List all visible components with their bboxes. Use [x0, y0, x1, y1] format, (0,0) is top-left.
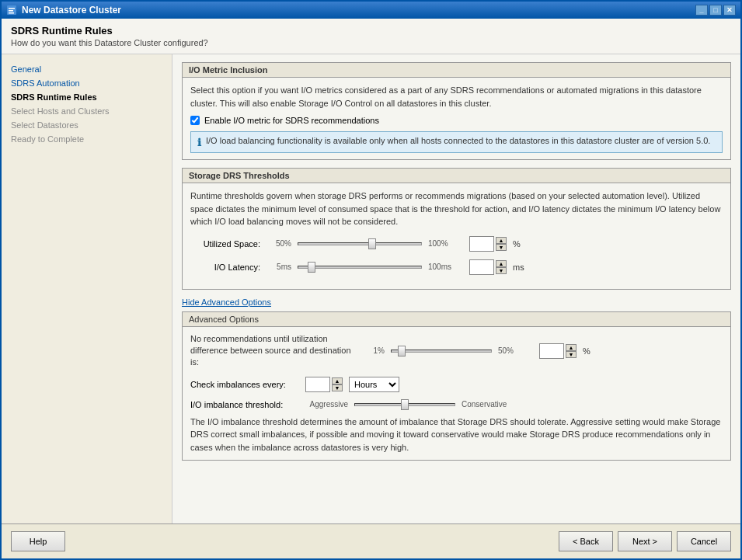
close-button[interactable]: ✕	[723, 5, 736, 16]
io-latency-input[interactable]: 15	[469, 259, 494, 275]
no-rec-max: 50%	[498, 346, 533, 355]
footer: Help < Back Next > Cancel	[2, 523, 740, 558]
sidebar-item-general[interactable]: General	[2, 62, 172, 76]
no-recommendation-row: No recommendations until utilization dif…	[190, 333, 723, 369]
io-threshold-row: I/O imbalance threshold: Aggressive Cons…	[190, 400, 723, 409]
no-rec-thumb[interactable]	[398, 346, 406, 357]
check-imbalances-spinbox: 8 ▲ ▼	[305, 377, 343, 392]
advanced-options-title: Advanced Options	[183, 312, 730, 327]
check-imbalances-down[interactable]: ▼	[332, 384, 343, 391]
io-latency-track[interactable]	[298, 266, 422, 269]
no-rec-min: 1%	[360, 346, 385, 355]
check-imbalances-row: Check imbalances every: 8 ▲ ▼ Hours Minu…	[190, 377, 723, 392]
io-latency-row: I/O Latency: 5ms 100ms 15 ▲ ▼	[190, 259, 723, 275]
utilized-space-min: 50%	[266, 239, 291, 248]
io-threshold-thumb[interactable]	[401, 399, 409, 410]
threshold-title: Storage DRS Thresholds	[183, 169, 730, 183]
no-recommendation-label: No recommendations until utilization dif…	[190, 333, 354, 369]
advanced-options-content: No recommendations until utilization dif…	[183, 327, 730, 461]
check-imbalances-up[interactable]: ▲	[332, 377, 343, 384]
hide-advanced-link[interactable]: Hide Advanced Options	[182, 297, 271, 307]
io-threshold-label: I/O imbalance threshold:	[190, 400, 299, 409]
io-metric-checkbox[interactable]	[190, 116, 200, 125]
info-icon: ℹ	[197, 137, 201, 148]
utilized-space-down[interactable]: ▼	[496, 244, 507, 251]
help-button[interactable]: Help	[11, 531, 65, 551]
utilized-space-label: Utilized Space:	[190, 239, 260, 249]
no-rec-unit: %	[583, 346, 590, 356]
utilized-space-unit: %	[513, 239, 521, 249]
threshold-desc: Runtime thresholds govern when storage D…	[190, 190, 723, 228]
io-latency-up[interactable]: ▲	[496, 260, 507, 267]
io-metric-title: I/O Metric Inclusion	[183, 63, 730, 78]
advanced-options-section: Advanced Options No recommendations unti…	[182, 311, 731, 461]
sidebar-item-sdrs-runtime-rules: SDRS Runtime Rules	[2, 90, 172, 104]
sidebar-item-select-hosts: Select Hosts and Clusters	[2, 104, 172, 118]
utilized-space-max: 100%	[428, 239, 463, 248]
io-threshold-max: Conservative	[462, 400, 516, 409]
window-body: General SDRS Automation SDRS Runtime Rul…	[2, 54, 740, 523]
threshold-section: Storage DRS Thresholds Runtime threshold…	[182, 168, 731, 290]
no-rec-track[interactable]	[391, 350, 492, 353]
no-rec-spinbox-btns: ▲ ▼	[566, 344, 577, 358]
io-threshold-track[interactable]	[354, 403, 455, 406]
io-latency-spinbox-btns: ▲ ▼	[496, 260, 507, 274]
footer-right: < Back Next > Cancel	[559, 531, 731, 551]
threshold-content: Runtime thresholds govern when storage D…	[183, 183, 730, 289]
utilized-space-up[interactable]: ▲	[496, 237, 507, 244]
check-imbalances-btns: ▲ ▼	[332, 377, 343, 391]
svg-rect-2	[9, 10, 13, 12]
check-imbalances-unit-dropdown[interactable]: Hours Minutes	[349, 377, 399, 392]
page-subtitle: How do you want this Datastore Cluster c…	[11, 38, 731, 47]
title-controls: _ □ ✕	[695, 5, 736, 16]
utilized-space-row: Utilized Space: 50% 100% 80 ▲ ▼	[190, 236, 723, 252]
main-window: New Datastore Cluster _ □ ✕ SDRS Runtime…	[0, 0, 742, 560]
page-title: SDRS Runtime Rules	[11, 25, 731, 37]
io-latency-unit: ms	[513, 263, 524, 272]
no-rec-down[interactable]: ▼	[566, 351, 577, 358]
io-latency-spinbox: 15 ▲ ▼	[469, 259, 507, 275]
utilized-space-input[interactable]: 80	[469, 236, 494, 252]
io-metric-checkbox-label: Enable I/O metric for SDRS recommendatio…	[204, 116, 379, 125]
utilized-space-spinbox: 80 ▲ ▼	[469, 236, 507, 252]
svg-rect-1	[9, 8, 15, 9]
no-rec-spinbox: 5 ▲ ▼	[539, 343, 577, 359]
io-info-banner: ℹ I/O load balancing functionality is av…	[190, 131, 723, 153]
io-latency-label: I/O Latency:	[190, 263, 260, 272]
title-bar-left: New Datastore Cluster	[6, 5, 121, 16]
check-imbalances-input[interactable]: 8	[305, 377, 330, 392]
no-rec-up[interactable]: ▲	[566, 344, 577, 351]
svg-rect-3	[9, 12, 14, 14]
main-content: I/O Metric Inclusion Select this option …	[172, 54, 740, 523]
window-icon	[6, 5, 17, 16]
no-rec-input[interactable]: 5	[539, 343, 564, 359]
io-latency-thumb[interactable]	[308, 262, 315, 273]
footer-left: Help	[11, 531, 65, 551]
cancel-button[interactable]: Cancel	[677, 531, 731, 551]
sidebar: General SDRS Automation SDRS Runtime Rul…	[2, 54, 172, 523]
io-latency-max: 100ms	[428, 263, 463, 271]
next-button[interactable]: Next >	[618, 531, 672, 551]
utilized-space-spinbox-btns: ▲ ▼	[496, 237, 507, 251]
utilized-space-thumb[interactable]	[368, 238, 376, 249]
io-metric-desc: Select this option if you want I/O metri…	[190, 84, 723, 110]
window-title: New Datastore Cluster	[22, 5, 121, 16]
sidebar-item-sdrs-automation[interactable]: SDRS Automation	[2, 76, 172, 90]
io-threshold-min: Aggressive	[305, 400, 348, 409]
title-bar: New Datastore Cluster _ □ ✕	[2, 2, 740, 19]
sidebar-item-ready-complete: Ready to Complete	[2, 132, 172, 146]
check-imbalances-label: Check imbalances every:	[190, 380, 299, 389]
sidebar-item-select-datastores: Select Datastores	[2, 118, 172, 132]
minimize-button[interactable]: _	[695, 5, 708, 16]
io-latency-min: 5ms	[266, 263, 291, 271]
window-header: SDRS Runtime Rules How do you want this …	[2, 19, 740, 54]
utilized-space-track[interactable]	[298, 242, 422, 245]
io-metric-content: Select this option if you want I/O metri…	[183, 78, 730, 159]
io-latency-down[interactable]: ▼	[496, 267, 507, 274]
io-metric-checkbox-row: Enable I/O metric for SDRS recommendatio…	[190, 116, 723, 125]
io-metric-section: I/O Metric Inclusion Select this option …	[182, 62, 731, 160]
back-button[interactable]: < Back	[559, 531, 613, 551]
maximize-button[interactable]: □	[709, 5, 722, 16]
io-info-message: I/O load balancing functionality is avai…	[206, 136, 710, 145]
io-desc: The I/O imbalance threshold determines t…	[190, 416, 723, 454]
